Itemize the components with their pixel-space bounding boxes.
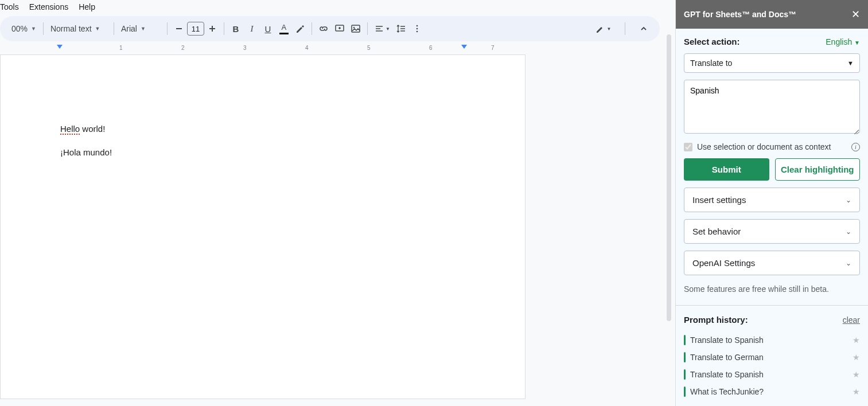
font-decrease-button[interactable]	[171, 21, 187, 37]
left-indent-marker[interactable]	[57, 45, 63, 49]
star-icon[interactable]: ★	[853, 335, 860, 345]
history-text: What is TechJunkie?	[690, 387, 764, 396]
more-button[interactable]	[409, 21, 425, 37]
highlight-color-button[interactable]	[292, 21, 308, 37]
ruler-number: 4	[305, 45, 309, 51]
bold-button[interactable]: B	[228, 21, 244, 37]
sidebar-title: GPT for Sheets™ and Docs™	[684, 10, 796, 19]
history-marker	[684, 369, 686, 380]
star-icon[interactable]: ★	[853, 387, 860, 396]
menu-help[interactable]: Help	[79, 2, 95, 11]
paragraph-style-dropdown[interactable]: Normal text ▼	[47, 21, 110, 37]
history-list: Translate to Spanish ★ Translate to Germ…	[684, 331, 860, 400]
history-marker	[684, 335, 686, 345]
close-icon[interactable]: ✕	[851, 8, 860, 21]
info-icon[interactable]: i	[851, 143, 860, 151]
chevron-down-icon: ⌄	[846, 196, 851, 204]
zoom-dropdown[interactable]: 00% ▼	[8, 21, 40, 37]
language-value: English	[826, 37, 852, 46]
insert-image-button[interactable]	[348, 21, 364, 37]
scrollbar[interactable]	[667, 34, 671, 321]
line-spacing-button[interactable]	[393, 21, 409, 37]
history-item[interactable]: Translate to Spanish ★	[684, 366, 860, 383]
clear-history-link[interactable]: clear	[843, 315, 860, 325]
history-text: Translate to German	[690, 353, 764, 362]
action-value: Translate to	[690, 58, 732, 68]
text-color-button[interactable]: A	[276, 21, 292, 37]
language-dropdown[interactable]: English ▼	[826, 37, 860, 46]
document-line[interactable]: ¡Hola mundo!	[60, 147, 465, 157]
font-value: Arial	[121, 24, 137, 33]
font-size-input[interactable]: 11	[187, 22, 204, 36]
clear-highlighting-button[interactable]: Clear highlighting	[775, 158, 861, 181]
spellcheck-word[interactable]: Hello	[60, 124, 80, 135]
separator	[114, 22, 114, 35]
svg-point-15	[417, 28, 418, 30]
font-increase-button[interactable]	[204, 21, 220, 37]
caret-down-icon: ▼	[141, 26, 146, 32]
right-indent-marker[interactable]	[461, 45, 467, 49]
document-line[interactable]: Hello world!	[60, 124, 465, 134]
submit-button[interactable]: Submit	[684, 158, 769, 181]
svg-point-16	[417, 31, 418, 33]
resize-grip-icon[interactable]	[853, 128, 859, 134]
document-page[interactable]: Hello world! ¡Hola mundo!	[0, 55, 526, 399]
chevron-down-icon: ⌄	[846, 259, 851, 267]
panel-label: OpenAI Settings	[692, 258, 755, 268]
ruler-number: 1	[119, 45, 123, 51]
panel-label: Set behavior	[692, 227, 741, 236]
separator	[625, 22, 625, 35]
history-item[interactable]: What is TechJunkie? ★	[684, 383, 860, 400]
history-text: Translate to Spanish	[690, 370, 764, 379]
svg-point-14	[417, 25, 418, 27]
sidebar-header: GPT for Sheets™ and Docs™ ✕	[676, 0, 868, 29]
history-marker	[684, 352, 686, 362]
separator	[43, 22, 44, 35]
separator	[167, 22, 168, 35]
text: world!	[80, 124, 105, 134]
add-comment-button[interactable]	[332, 21, 348, 37]
caret-down-icon: ▼	[31, 26, 36, 32]
toolbar: 00% ▼ Normal text ▼ Arial ▼ 11 B I U A ▼…	[0, 16, 660, 41]
align-button[interactable]: ▼	[371, 21, 393, 37]
font-dropdown[interactable]: Arial ▼	[118, 21, 164, 37]
separator	[367, 22, 368, 35]
collapse-toolbar-button[interactable]	[636, 21, 652, 37]
svg-point-7	[353, 27, 355, 28]
insert-settings-panel[interactable]: Insert settings ⌄	[684, 188, 860, 212]
ruler-number: 7	[491, 45, 495, 51]
separator	[224, 22, 224, 35]
beta-note: Some features are free while still in be…	[684, 282, 860, 296]
star-icon[interactable]: ★	[853, 370, 860, 379]
history-item[interactable]: Translate to Spanish ★	[684, 331, 860, 349]
ruler-number: 5	[367, 45, 371, 51]
history-text: Translate to Spanish	[690, 335, 764, 345]
prompt-textarea[interactable]	[684, 80, 860, 134]
italic-button[interactable]: I	[244, 21, 260, 37]
context-checkbox[interactable]	[684, 143, 692, 151]
history-marker	[684, 387, 686, 397]
style-value: Normal text	[50, 24, 92, 33]
gpt-sidebar: GPT for Sheets™ and Docs™ ✕ Select actio…	[675, 0, 868, 406]
menu-extensions[interactable]: Extensions	[29, 2, 68, 11]
set-behavior-panel[interactable]: Set behavior ⌄	[684, 219, 860, 244]
insert-link-button[interactable]	[316, 21, 332, 37]
panel-label: Insert settings	[692, 195, 746, 205]
ruler[interactable]: 1 2 3 4 5 6 7	[0, 45, 526, 55]
history-item[interactable]: Translate to German ★	[684, 349, 860, 366]
action-select[interactable]: Translate to ▼	[684, 53, 860, 73]
chevron-down-icon: ▼	[854, 40, 860, 46]
context-checkbox-label: Use selection or document as context	[697, 142, 831, 151]
star-icon[interactable]: ★	[853, 353, 860, 362]
ruler-number: 2	[181, 45, 185, 51]
underline-button[interactable]: U	[260, 21, 276, 37]
separator	[312, 22, 312, 35]
ruler-number: 6	[429, 45, 433, 51]
chevron-down-icon: ▼	[847, 60, 854, 67]
menu-tools[interactable]: Tools	[0, 2, 19, 11]
caret-down-icon: ▼	[95, 26, 100, 32]
history-title: Prompt history:	[684, 315, 748, 325]
editing-mode-button[interactable]: ▼	[591, 21, 614, 37]
divider	[676, 305, 868, 306]
openai-settings-panel[interactable]: OpenAI Settings ⌄	[684, 251, 860, 275]
